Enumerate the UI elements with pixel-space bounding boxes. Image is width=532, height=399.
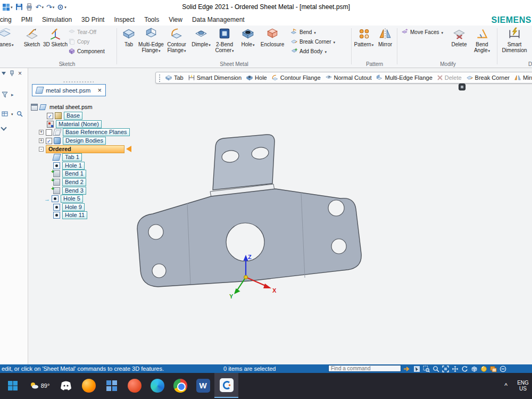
close-document-icon[interactable]: ×	[97, 87, 102, 94]
tree-item-hole-5[interactable]: → Hole 5	[31, 195, 131, 203]
tree-item-material[interactable]: Material (None)	[31, 120, 131, 129]
quickbar-hole-button[interactable]: Hole	[246, 74, 267, 81]
tree-item-base[interactable]: ✓ Base	[31, 112, 131, 120]
search-icon[interactable]	[16, 111, 23, 117]
bend-button[interactable]: Bend	[290, 28, 316, 36]
graphics-window[interactable]: Z X Y × ▸ ▾	[0, 68, 532, 364]
quickbar-smart-dimension-button[interactable]: Smart Dimension	[188, 74, 242, 81]
common-views-icon[interactable]	[470, 365, 478, 372]
taskbar-chrome[interactable]	[169, 373, 192, 398]
minimized-window-icon[interactable]	[459, 84, 466, 90]
hole-right-top[interactable]	[328, 200, 344, 216]
mirror-button[interactable]: Mirror	[375, 27, 396, 61]
panel-menu-icon[interactable]	[2, 72, 6, 75]
tab-surfacing[interactable]: Surfacing	[0, 14, 16, 25]
taskbar-solid-edge[interactable]	[214, 373, 238, 398]
checkbox-base-reference-planes[interactable]	[46, 129, 52, 136]
tree-item-base-reference-planes[interactable]: + Base Reference Planes	[31, 128, 131, 137]
app-menu-button[interactable]: ▾	[2, 2, 13, 12]
multi-edge-flange-button[interactable]: Multi-Edge Flange	[138, 27, 164, 61]
tree-item-bend-3[interactable]: Bend 3	[31, 186, 131, 195]
tab-inspect[interactable]: Inspect	[109, 14, 139, 25]
component-button[interactable]: Component	[68, 47, 105, 55]
close-panel-icon[interactable]: ×	[18, 70, 22, 77]
move-faces-button[interactable]: Move Faces	[401, 28, 443, 36]
quickbar-normal-cutout-button[interactable]: Normal Cutout	[325, 74, 372, 81]
tab-3d-print[interactable]: 3D Print	[77, 14, 109, 25]
hole-center[interactable]	[226, 223, 264, 261]
chevron-down-icon[interactable]	[1, 124, 6, 130]
tree-item-hole-11[interactable]: Hole 11	[31, 211, 131, 220]
3d-sketch-button[interactable]: 3D Sketch	[43, 27, 68, 61]
start-button[interactable]	[1, 373, 24, 398]
tear-off-button[interactable]: Tear-Off	[68, 28, 96, 36]
redo-button[interactable]: ↷ ▾	[46, 2, 54, 12]
tab-tools[interactable]: Tools	[139, 14, 164, 25]
language-indicator[interactable]: ENGUS	[514, 373, 532, 398]
quickbar-break-corner-button[interactable]: Break Corner	[466, 74, 510, 81]
tab-view[interactable]: View	[164, 14, 187, 25]
tab-pmi[interactable]: PMI	[16, 14, 37, 25]
quickbar-multi-edge-flange-button[interactable]: Multi-Edge Flange	[376, 74, 432, 81]
taskbar-word[interactable]: W	[192, 373, 214, 398]
tree-item-ordered[interactable]: - Ordered	[31, 145, 131, 153]
expander-icon[interactable]: +	[39, 138, 44, 143]
filter-icon[interactable]	[2, 92, 8, 98]
quickbar-delete-button[interactable]: Delete	[437, 74, 462, 81]
expand-right-icon[interactable]: ▸	[11, 92, 14, 97]
checkbox-design-bodies[interactable]: ✓	[46, 138, 52, 144]
tray-expand-button[interactable]: ^	[499, 373, 513, 398]
undo-button[interactable]: ↶ ▾	[36, 2, 44, 12]
weather-widget[interactable]: 89°	[24, 373, 54, 398]
quickbar-mirror-button[interactable]: Mirror	[514, 74, 532, 81]
enclosure-button[interactable]: Enclosure	[259, 27, 286, 61]
pin-icon[interactable]	[9, 70, 15, 77]
taskbar-edge[interactable]	[146, 373, 169, 398]
fit-view-icon[interactable]	[442, 365, 449, 372]
view-styles-icon[interactable]	[480, 365, 487, 372]
pattern-button[interactable]: Pattern	[353, 27, 375, 61]
part-flange[interactable]	[213, 135, 275, 190]
taskbar-browser[interactable]	[123, 373, 146, 398]
planes-button[interactable]: Planes	[0, 27, 17, 61]
tab-data-management[interactable]: Data Management	[187, 14, 250, 25]
expander-icon[interactable]: -	[39, 147, 44, 152]
minimize-statusbar-icon[interactable]	[499, 365, 506, 372]
rotate-view-icon[interactable]	[461, 365, 468, 372]
add-body-button[interactable]: Add Body	[290, 47, 327, 55]
copy-button[interactable]: Copy	[68, 37, 89, 46]
print-button[interactable]	[26, 2, 33, 12]
tab-drag-handle[interactable]	[63, 81, 94, 83]
delete-button[interactable]: Delete	[448, 27, 470, 61]
2-bend-corner-button[interactable]: 2-Bend Corner	[212, 27, 237, 61]
tree-item-bend-1[interactable]: Bend 1	[31, 170, 131, 178]
sketch-button[interactable]: Sketch	[19, 27, 45, 61]
tree-item-hole-9[interactable]: Hole 9	[31, 203, 131, 212]
tree-item-tab-1[interactable]: Tab 1	[31, 153, 131, 162]
hole-button[interactable]: Hole	[237, 27, 259, 61]
bend-angle-button[interactable]: Bend Angle	[470, 27, 494, 61]
window-layout-icon[interactable]	[489, 365, 497, 372]
list-view-icon[interactable]	[2, 111, 8, 117]
dimple-button[interactable]: Dimple	[189, 27, 213, 61]
find-command-input[interactable]	[328, 365, 401, 372]
quickbar-tab-button[interactable]: Tab	[165, 74, 184, 81]
customize-qat-button[interactable]: ▾	[57, 2, 66, 12]
hole-right-bottom[interactable]	[331, 239, 346, 254]
save-button[interactable]	[15, 2, 23, 12]
select-tool-icon[interactable]	[413, 365, 420, 372]
taskbar-app-grid[interactable]	[100, 373, 123, 398]
hole-left-top[interactable]	[148, 225, 163, 239]
break-corner-button[interactable]: Break Corner	[290, 37, 335, 46]
contour-flange-button[interactable]: Contour Flange	[164, 27, 189, 61]
pan-icon[interactable]	[451, 365, 459, 372]
toolbar-drag-handle[interactable]	[159, 74, 161, 82]
run-command-icon[interactable]	[403, 365, 411, 372]
zoom-icon[interactable]	[432, 365, 439, 372]
expander-icon[interactable]: +	[39, 130, 44, 135]
hole-left-bottom[interactable]	[152, 264, 166, 278]
triad-origin[interactable]	[244, 276, 248, 279]
tree-item-bend-2[interactable]: Bend 2	[31, 178, 131, 187]
tab-simulation[interactable]: Simulation	[37, 14, 77, 25]
tree-item-design-bodies[interactable]: + ✓ Design Bodies	[31, 137, 131, 145]
